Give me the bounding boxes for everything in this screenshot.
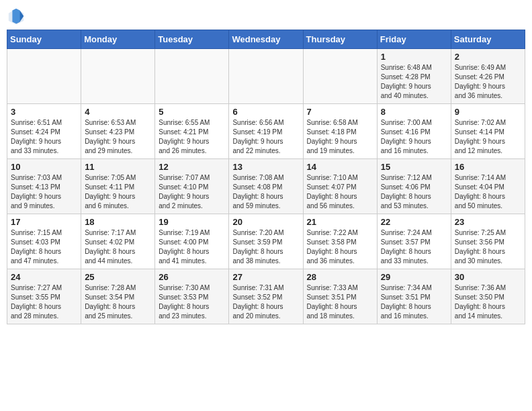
calendar-cell: 15Sunrise: 7:12 AM Sunset: 4:06 PM Dayli… (377, 159, 451, 214)
day-number: 29 (381, 272, 447, 282)
calendar-cell: 28Sunrise: 7:33 AM Sunset: 3:51 PM Dayli… (303, 269, 377, 324)
calendar-cell: 19Sunrise: 7:19 AM Sunset: 4:00 PM Dayli… (155, 214, 229, 269)
calendar-cell: 14Sunrise: 7:10 AM Sunset: 4:07 PM Dayli… (303, 159, 377, 214)
calendar-cell (229, 49, 303, 104)
day-info: Sunrise: 7:27 AM Sunset: 3:55 PM Dayligh… (11, 283, 77, 321)
day-info: Sunrise: 7:12 AM Sunset: 4:06 PM Dayligh… (381, 173, 447, 211)
day-header-wednesday: Wednesday (229, 30, 303, 49)
calendar-cell: 4Sunrise: 6:53 AM Sunset: 4:23 PM Daylig… (81, 104, 155, 159)
calendar-cell: 12Sunrise: 7:07 AM Sunset: 4:10 PM Dayli… (155, 159, 229, 214)
day-number: 28 (307, 272, 373, 282)
day-header-tuesday: Tuesday (155, 30, 229, 49)
calendar-week-row: 1Sunrise: 6:48 AM Sunset: 4:28 PM Daylig… (7, 49, 525, 104)
calendar-cell: 8Sunrise: 7:00 AM Sunset: 4:16 PM Daylig… (377, 104, 451, 159)
day-number: 30 (455, 272, 521, 282)
calendar-cell: 22Sunrise: 7:24 AM Sunset: 3:57 PM Dayli… (377, 214, 451, 269)
calendar-cell: 16Sunrise: 7:14 AM Sunset: 4:04 PM Dayli… (451, 159, 525, 214)
day-info: Sunrise: 6:48 AM Sunset: 4:28 PM Dayligh… (381, 63, 447, 101)
calendar-cell: 23Sunrise: 7:25 AM Sunset: 3:56 PM Dayli… (451, 214, 525, 269)
day-number: 12 (159, 162, 225, 172)
day-number: 8 (381, 107, 447, 117)
day-number: 25 (85, 272, 151, 282)
calendar-cell (155, 49, 229, 104)
day-header-friday: Friday (377, 30, 451, 49)
calendar-cell: 30Sunrise: 7:36 AM Sunset: 3:50 PM Dayli… (451, 269, 525, 324)
day-number: 6 (232, 107, 299, 117)
day-number: 7 (307, 107, 373, 117)
day-number: 24 (11, 272, 77, 282)
day-info: Sunrise: 7:34 AM Sunset: 3:51 PM Dayligh… (381, 283, 447, 321)
day-header-thursday: Thursday (303, 30, 377, 49)
calendar-cell: 24Sunrise: 7:27 AM Sunset: 3:55 PM Dayli… (7, 269, 81, 324)
calendar-cell: 2Sunrise: 6:49 AM Sunset: 4:26 PM Daylig… (451, 49, 525, 104)
day-info: Sunrise: 7:14 AM Sunset: 4:04 PM Dayligh… (455, 173, 521, 211)
calendar-cell: 29Sunrise: 7:34 AM Sunset: 3:51 PM Dayli… (377, 269, 451, 324)
day-info: Sunrise: 7:17 AM Sunset: 4:02 PM Dayligh… (85, 228, 151, 266)
calendar-cell: 11Sunrise: 7:05 AM Sunset: 4:11 PM Dayli… (81, 159, 155, 214)
day-info: Sunrise: 7:03 AM Sunset: 4:13 PM Dayligh… (11, 173, 77, 211)
day-info: Sunrise: 7:24 AM Sunset: 3:57 PM Dayligh… (381, 228, 447, 266)
day-number: 2 (455, 52, 521, 62)
day-number: 21 (307, 217, 373, 227)
day-number: 17 (11, 217, 77, 227)
day-number: 1 (381, 52, 447, 62)
calendar-cell: 10Sunrise: 7:03 AM Sunset: 4:13 PM Dayli… (7, 159, 81, 214)
day-info: Sunrise: 7:05 AM Sunset: 4:11 PM Dayligh… (85, 173, 151, 211)
day-info: Sunrise: 7:07 AM Sunset: 4:10 PM Dayligh… (159, 173, 225, 211)
day-number: 27 (232, 272, 299, 282)
calendar-cell: 1Sunrise: 6:48 AM Sunset: 4:28 PM Daylig… (377, 49, 451, 104)
day-number: 14 (307, 162, 373, 172)
calendar-cell: 25Sunrise: 7:28 AM Sunset: 3:54 PM Dayli… (81, 269, 155, 324)
day-number: 9 (455, 107, 521, 117)
day-info: Sunrise: 7:20 AM Sunset: 3:59 PM Dayligh… (232, 228, 299, 266)
calendar-cell (303, 49, 377, 104)
day-number: 16 (455, 162, 521, 172)
day-number: 4 (85, 107, 151, 117)
day-number: 3 (11, 107, 77, 117)
day-info: Sunrise: 6:51 AM Sunset: 4:24 PM Dayligh… (11, 118, 77, 156)
day-info: Sunrise: 7:00 AM Sunset: 4:16 PM Dayligh… (381, 118, 447, 156)
calendar-table: SundayMondayTuesdayWednesdayThursdayFrid… (7, 30, 525, 324)
calendar-week-row: 17Sunrise: 7:15 AM Sunset: 4:03 PM Dayli… (7, 214, 525, 269)
day-info: Sunrise: 7:19 AM Sunset: 4:00 PM Dayligh… (159, 228, 225, 266)
day-info: Sunrise: 7:10 AM Sunset: 4:07 PM Dayligh… (307, 173, 373, 211)
day-number: 18 (85, 217, 151, 227)
day-number: 22 (381, 217, 447, 227)
calendar-header-row: SundayMondayTuesdayWednesdayThursdayFrid… (7, 30, 525, 49)
day-info: Sunrise: 7:02 AM Sunset: 4:14 PM Dayligh… (455, 118, 521, 156)
calendar-cell: 20Sunrise: 7:20 AM Sunset: 3:59 PM Dayli… (229, 214, 303, 269)
day-info: Sunrise: 7:25 AM Sunset: 3:56 PM Dayligh… (455, 228, 521, 266)
calendar-cell: 21Sunrise: 7:22 AM Sunset: 3:58 PM Dayli… (303, 214, 377, 269)
day-info: Sunrise: 7:08 AM Sunset: 4:08 PM Dayligh… (232, 173, 299, 211)
day-info: Sunrise: 7:36 AM Sunset: 3:50 PM Dayligh… (455, 283, 521, 321)
day-info: Sunrise: 6:56 AM Sunset: 4:19 PM Dayligh… (232, 118, 299, 156)
day-header-monday: Monday (81, 30, 155, 49)
svg-marker-2 (12, 9, 19, 24)
calendar-week-row: 24Sunrise: 7:27 AM Sunset: 3:55 PM Dayli… (7, 269, 525, 324)
page-header (7, 7, 525, 26)
day-number: 13 (232, 162, 299, 172)
calendar-cell: 7Sunrise: 6:58 AM Sunset: 4:18 PM Daylig… (303, 104, 377, 159)
calendar-cell: 6Sunrise: 6:56 AM Sunset: 4:19 PM Daylig… (229, 104, 303, 159)
day-info: Sunrise: 7:15 AM Sunset: 4:03 PM Dayligh… (11, 228, 77, 266)
day-number: 5 (159, 107, 225, 117)
day-header-saturday: Saturday (451, 30, 525, 49)
day-info: Sunrise: 7:33 AM Sunset: 3:51 PM Dayligh… (307, 283, 373, 321)
day-number: 26 (159, 272, 225, 282)
day-info: Sunrise: 6:58 AM Sunset: 4:18 PM Dayligh… (307, 118, 373, 156)
day-info: Sunrise: 6:55 AM Sunset: 4:21 PM Dayligh… (159, 118, 225, 156)
day-header-sunday: Sunday (7, 30, 81, 49)
calendar-week-row: 3Sunrise: 6:51 AM Sunset: 4:24 PM Daylig… (7, 104, 525, 159)
day-number: 19 (159, 217, 225, 227)
calendar-week-row: 10Sunrise: 7:03 AM Sunset: 4:13 PM Dayli… (7, 159, 525, 214)
day-info: Sunrise: 7:22 AM Sunset: 3:58 PM Dayligh… (307, 228, 373, 266)
logo (7, 7, 28, 26)
calendar-cell: 13Sunrise: 7:08 AM Sunset: 4:08 PM Dayli… (229, 159, 303, 214)
calendar-cell: 5Sunrise: 6:55 AM Sunset: 4:21 PM Daylig… (155, 104, 229, 159)
calendar-cell (7, 49, 81, 104)
calendar-cell: 27Sunrise: 7:31 AM Sunset: 3:52 PM Dayli… (229, 269, 303, 324)
day-number: 10 (11, 162, 77, 172)
day-info: Sunrise: 6:49 AM Sunset: 4:26 PM Dayligh… (455, 63, 521, 101)
calendar-cell: 17Sunrise: 7:15 AM Sunset: 4:03 PM Dayli… (7, 214, 81, 269)
calendar-cell: 3Sunrise: 6:51 AM Sunset: 4:24 PM Daylig… (7, 104, 81, 159)
